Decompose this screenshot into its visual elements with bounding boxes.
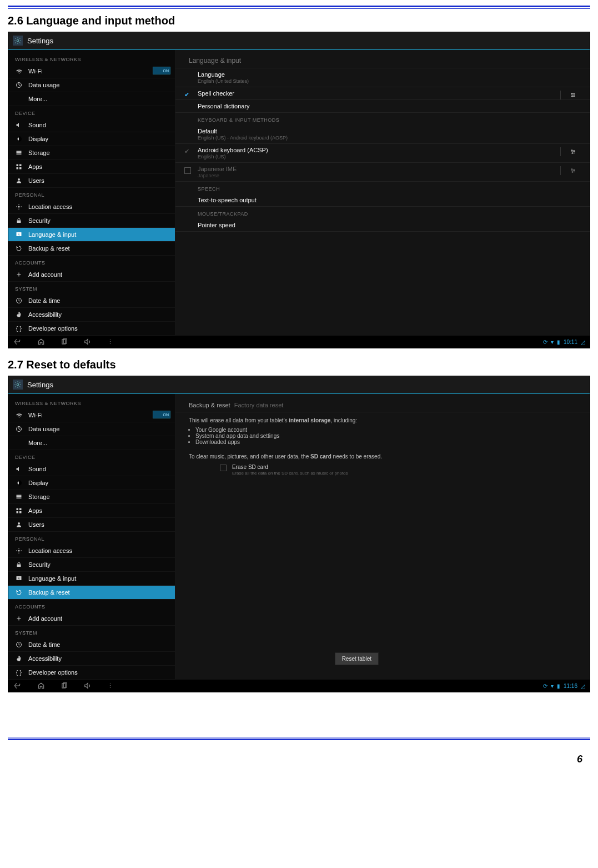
svg-point-23 [574,170,575,171]
sidebar-item-accessibility[interactable]: Accessibility [8,652,175,666]
sidebar-item-display[interactable]: Display [8,132,175,146]
checkmark-icon: ✔ [184,148,191,154]
sidebar-item-wifi[interactable]: Wi-Fi ON [8,64,175,78]
sidebar-item-label: Date & time [28,297,60,304]
sidebar-item-sound[interactable]: Sound [8,462,175,476]
nav-recent-icon[interactable] [61,682,68,690]
sidebar-item-data-usage[interactable]: Data usage [8,422,175,436]
sidebar-item-data-usage[interactable]: Data usage [8,78,175,92]
nav-recent-icon[interactable] [61,338,68,346]
wifi-toggle[interactable]: ON [153,411,170,418]
sidebar-item-label: Data usage [28,82,59,88]
sidebar-item-developer[interactable]: { } Developer options [8,322,175,336]
status-sync-icon: ⟳ [543,339,547,345]
sidebar-item-developer[interactable]: { } Developer options [8,666,175,680]
row-spell-checker[interactable]: ✔ Spell checker [175,87,590,100]
sidebar-item-more[interactable]: More... [8,436,175,450]
row-personal-dictionary[interactable]: Personal dictionary [175,100,590,113]
nav-back-icon[interactable] [13,682,22,690]
nav-volume-icon[interactable] [84,682,92,690]
status-signal-icon: ◿ [581,683,585,689]
row-default[interactable]: Default English (US) - Android keyboard … [175,125,590,144]
row-tts[interactable]: Text-to-speech output [175,194,590,207]
sidebar-item-security[interactable]: Security [8,214,175,228]
settings-sidebar: WIRELESS & NETWORKS Wi-Fi ON Data usage … [8,50,175,336]
status-battery-icon: ▮ [557,683,560,689]
sound-icon [15,121,23,129]
reset-tablet-button[interactable]: Reset tablet [335,652,379,665]
sidebar-item-add-account[interactable]: Add account [8,612,175,626]
nav-back-icon[interactable] [13,338,22,346]
nav-overflow-icon[interactable]: ⋮ [107,338,113,346]
settings-sidebar: WIRELESS & NETWORKS Wi-Fi ON Data usage … [8,394,175,680]
svg-point-11 [18,206,20,208]
sidebar-cat-personal: PERSONAL [8,188,175,200]
sidebar-item-label: Location access [28,203,72,210]
sidebar-item-language[interactable]: A Language & input [8,572,175,586]
row-label: Language [198,71,249,78]
sidebar-item-apps[interactable]: Apps [8,504,175,518]
sidebar-item-language[interactable]: A Language & input [8,228,175,242]
sidebar-item-sound[interactable]: Sound [8,118,175,132]
sliders-icon[interactable] [560,147,580,156]
sidebar-item-label: More... [28,440,47,446]
location-icon [15,547,23,555]
sidebar-item-label: Backup & reset [28,245,70,252]
status-area[interactable]: ⟳ ▾ ▮ 11:16 ◿ [543,683,585,689]
reset-sd-note: To clear music, pictures, and other user… [175,448,590,462]
sidebar-item-label: Users [28,177,44,184]
sliders-icon[interactable] [560,166,580,175]
checkbox-icon[interactable] [220,465,227,471]
row-japanese-ime[interactable]: Japanese IME Japanese [175,163,590,182]
row-label: Text-to-speech output [198,197,257,203]
nav-volume-icon[interactable] [84,338,92,346]
sidebar-item-users[interactable]: Users [8,174,175,188]
system-navbar: ⋮ ⟳ ▾ ▮ 11:16 ◿ [8,680,590,692]
backup-icon [15,588,23,596]
wifi-toggle[interactable]: ON [153,67,170,74]
sidebar-cat-accounts: ACCOUNTS [8,600,175,612]
status-area[interactable]: ⟳ ▾ ▮ 10:11 ◿ [543,339,585,345]
sidebar-cat-system: SYSTEM [8,282,175,294]
lock-icon [15,561,23,568]
sidebar-item-users[interactable]: Users [8,518,175,532]
system-navbar: ⋮ ⟳ ▾ ▮ 10:11 ◿ [8,336,590,348]
svg-text:A: A [18,233,19,236]
sidebar-item-location[interactable]: Location access [8,544,175,558]
sidebar-item-label: Add account [28,615,62,622]
sidebar-item-location[interactable]: Location access [8,200,175,214]
sidebar-item-display[interactable]: Display [8,476,175,490]
checkbox-icon[interactable] [184,167,191,174]
nav-home-icon[interactable] [37,682,45,690]
svg-point-21 [572,153,573,154]
sidebar-item-apps[interactable]: Apps [8,160,175,174]
status-sync-icon: ⟳ [543,683,547,689]
nav-overflow-icon[interactable]: ⋮ [107,682,113,690]
sidebar-item-label: Add account [28,271,62,278]
apps-icon [15,163,23,171]
sliders-icon[interactable] [560,91,580,99]
sidebar-cat-personal: PERSONAL [8,532,175,544]
sidebar-item-add-account[interactable]: Add account [8,268,175,282]
checkmark-icon: ✔ [184,91,191,98]
sidebar-item-backup[interactable]: Backup & reset [8,242,175,256]
row-language[interactable]: Language English (United States) [175,68,590,87]
sidebar-item-datetime[interactable]: Date & time [8,638,175,652]
sidebar-item-security[interactable]: Security [8,558,175,572]
erase-sd-row[interactable]: Erase SD card Erase all the data on the … [175,462,590,479]
sidebar-item-more[interactable]: More... [8,92,175,106]
sidebar-item-backup[interactable]: Backup & reset [8,586,175,600]
sidebar-item-storage[interactable]: Storage [8,490,175,504]
sidebar-item-accessibility[interactable]: Accessibility [8,308,175,322]
row-label: Pointer speed [198,222,235,228]
row-pointer-speed[interactable]: Pointer speed [175,219,590,232]
nav-home-icon[interactable] [37,338,45,346]
sidebar-item-storage[interactable]: Storage [8,146,175,160]
display-icon [15,135,23,143]
row-android-keyboard[interactable]: ✔ Android keyboard (ACSP) English (US) [175,144,590,163]
svg-rect-34 [19,508,22,511]
sidebar-item-wifi[interactable]: Wi-Fi ON [8,408,175,422]
sidebar-item-datetime[interactable]: Date & time [8,294,175,308]
sidebar-item-label: Data usage [28,426,59,432]
sidebar-item-label: Apps [28,507,42,514]
